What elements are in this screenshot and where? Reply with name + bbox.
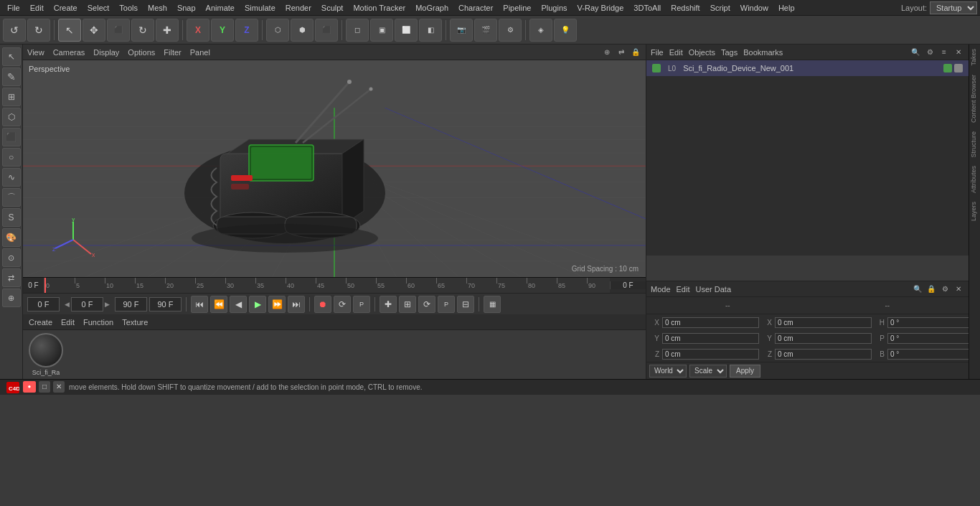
- object-list-item[interactable]: L0 Sci_fi_Radio_Device_New_001: [646, 60, 969, 76]
- far-tab-content-browser[interactable]: Content Browser: [969, 70, 980, 127]
- left-icon-sphere[interactable]: ○: [2, 148, 21, 167]
- rotate-tool-button[interactable]: ↻: [131, 19, 154, 42]
- menu-mograph[interactable]: MoGraph: [411, 2, 453, 14]
- obj-menu-bookmarks[interactable]: Bookmarks: [743, 48, 783, 57]
- timeline-mode-button[interactable]: ⊞: [399, 296, 416, 313]
- render-button[interactable]: 🎬: [474, 19, 497, 42]
- goto-start-button[interactable]: ⏮: [191, 296, 208, 313]
- camera-button[interactable]: 📷: [450, 19, 473, 42]
- attr-menu-userdata[interactable]: User Data: [696, 285, 732, 294]
- menu-simulate[interactable]: Simulate: [240, 2, 280, 14]
- coord-y-size-input[interactable]: [775, 333, 872, 344]
- material-menu-edit[interactable]: Edit: [61, 318, 75, 327]
- render-preview-button[interactable]: ▦: [484, 296, 501, 313]
- coord-x-pos-input[interactable]: [662, 317, 759, 328]
- menu-motion-tracker[interactable]: Motion Tracker: [349, 2, 410, 14]
- obj-menu-file[interactable]: File: [651, 48, 664, 57]
- y-axis-button[interactable]: Y: [211, 19, 234, 42]
- left-icon-curve[interactable]: ∿: [2, 168, 21, 187]
- attr-icon-lock[interactable]: 🔒: [925, 284, 937, 295]
- playback-current-input[interactable]: [71, 297, 103, 311]
- attr-icon-close[interactable]: ✕: [953, 284, 964, 295]
- left-icon-spline[interactable]: ⌒: [2, 188, 21, 207]
- vp-icon-lock[interactable]: 🔒: [630, 47, 641, 58]
- menu-3dtoall[interactable]: 3DToAll: [629, 2, 665, 14]
- mode-edges-button[interactable]: ⬢: [291, 19, 314, 42]
- render-settings-button[interactable]: ⚙: [499, 19, 522, 42]
- playback-max-input[interactable]: [149, 297, 182, 311]
- viewport-menu-display[interactable]: Display: [93, 48, 119, 57]
- menu-redshift[interactable]: Redshift: [666, 2, 704, 14]
- left-icon-magnet[interactable]: ⊙: [2, 248, 21, 267]
- status-icon-rec[interactable]: ●: [23, 381, 36, 393]
- vp-icon-arrows[interactable]: ⇄: [616, 47, 627, 58]
- far-tab-layers[interactable]: Layers: [969, 197, 980, 225]
- layout-dropdown[interactable]: Startup: [930, 1, 977, 14]
- attr-icon-search[interactable]: 🔍: [912, 284, 923, 295]
- perspective-view-button[interactable]: ◻: [346, 19, 369, 42]
- play-mode-button[interactable]: P: [353, 296, 370, 313]
- viewport-menu-panel[interactable]: Panel: [190, 48, 210, 57]
- mode-points-button[interactable]: ⬡: [266, 19, 289, 42]
- obj-icon-close[interactable]: ✕: [953, 47, 964, 58]
- play-reverse-button[interactable]: ◀: [230, 296, 247, 313]
- material-item-scifi[interactable]: Sci_fi_Ra: [29, 333, 63, 376]
- left-icon-brush[interactable]: ✎: [2, 67, 21, 86]
- select-tool-button[interactable]: ↖: [58, 19, 81, 42]
- left-icon-paint[interactable]: 🎨: [2, 228, 21, 247]
- obj-menu-objects[interactable]: Objects: [689, 48, 715, 57]
- right-view-button[interactable]: ◧: [419, 19, 442, 42]
- menu-edit[interactable]: Edit: [26, 2, 48, 14]
- menu-animate[interactable]: Animate: [202, 2, 239, 14]
- status-icon-square[interactable]: □: [39, 381, 50, 393]
- far-tab-structure[interactable]: Structure: [969, 127, 980, 162]
- left-icon-box[interactable]: ⬛: [2, 128, 21, 146]
- dope-sheet-button[interactable]: ⊟: [457, 296, 474, 313]
- move-tool-button[interactable]: ✥: [83, 19, 105, 42]
- obj-menu-edit[interactable]: Edit: [669, 48, 683, 57]
- left-icon-mirror[interactable]: ⇄: [2, 268, 21, 287]
- coord-z-size-input[interactable]: [775, 349, 872, 360]
- material-menu-function[interactable]: Function: [83, 318, 113, 327]
- obj-icon-settings[interactable]: ⚙: [924, 47, 936, 58]
- left-icon-extrude[interactable]: S: [2, 208, 21, 227]
- menu-create[interactable]: Create: [50, 2, 82, 14]
- attr-menu-edit[interactable]: Edit: [677, 285, 690, 294]
- left-icon-subdivide[interactable]: ⊕: [2, 289, 21, 307]
- apply-button[interactable]: Apply: [730, 365, 760, 378]
- menu-select[interactable]: Select: [83, 2, 114, 14]
- viewport-menu-options[interactable]: Options: [128, 48, 155, 57]
- status-icon-x[interactable]: ✕: [53, 381, 65, 393]
- keyframe-mode-button[interactable]: ✚: [380, 296, 397, 313]
- viewport-menu-cameras[interactable]: Cameras: [53, 48, 85, 57]
- motion-mode-button[interactable]: ⟳: [418, 296, 435, 313]
- undo-button[interactable]: ↺: [3, 19, 26, 42]
- menu-mesh[interactable]: Mesh: [143, 2, 171, 14]
- playback-start-input[interactable]: [27, 297, 60, 311]
- vp-icon-expand[interactable]: ⊕: [601, 47, 613, 58]
- pose-mode-button[interactable]: P: [438, 296, 455, 313]
- attr-menu-mode[interactable]: Mode: [651, 285, 671, 294]
- menu-render[interactable]: Render: [281, 2, 316, 14]
- world-dropdown[interactable]: World: [649, 365, 687, 378]
- menu-snap[interactable]: Snap: [173, 2, 200, 14]
- coord-y-pos-input[interactable]: [662, 333, 759, 344]
- menu-pipeline[interactable]: Pipeline: [499, 2, 535, 14]
- playback-end-input[interactable]: [115, 297, 147, 311]
- shading-button[interactable]: ◈: [529, 19, 552, 42]
- light-button[interactable]: 💡: [554, 19, 577, 42]
- scale-tool-button[interactable]: ⬛: [107, 19, 130, 42]
- loop-button[interactable]: ⟳: [334, 296, 351, 313]
- menu-tools[interactable]: Tools: [115, 2, 142, 14]
- mode-polys-button[interactable]: ⬛: [315, 19, 338, 42]
- coord-z-pos-input[interactable]: [662, 349, 759, 360]
- x-axis-button[interactable]: X: [187, 19, 209, 42]
- add-tool-button[interactable]: ✚: [156, 19, 179, 42]
- left-icon-grid[interactable]: ⊞: [2, 88, 21, 106]
- menu-window[interactable]: Window: [736, 2, 773, 14]
- coord-p-input[interactable]: [887, 333, 969, 344]
- menu-help[interactable]: Help: [774, 2, 799, 14]
- z-axis-button[interactable]: Z: [235, 19, 258, 42]
- menu-plugins[interactable]: Plugins: [537, 2, 571, 14]
- step-back-button[interactable]: ⏪: [210, 296, 227, 313]
